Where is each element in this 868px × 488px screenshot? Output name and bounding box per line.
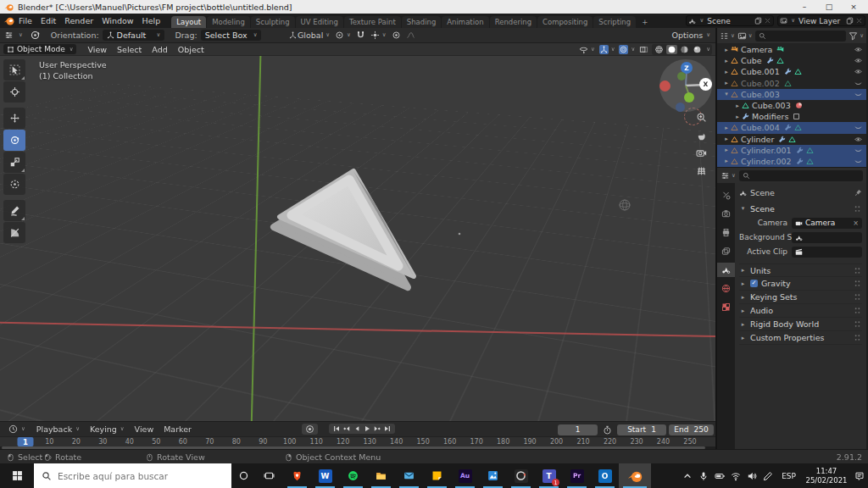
- start-button[interactable]: [0, 463, 34, 488]
- stopwatch-icon[interactable]: [603, 425, 612, 435]
- zoom-button[interactable]: [696, 112, 707, 123]
- minimize-button[interactable]: –: [794, 0, 815, 14]
- outliner-display-mode-button[interactable]: ∨: [737, 31, 753, 41]
- windows-ink-icon[interactable]: [763, 471, 773, 481]
- taskbar-app-word[interactable]: W: [311, 463, 339, 488]
- tool-move[interactable]: [3, 108, 25, 129]
- jump-to-end-button[interactable]: [383, 424, 392, 433]
- shading-rendered-button[interactable]: [692, 45, 703, 54]
- expand-arrow[interactable]: ▸: [733, 103, 742, 109]
- frame-tick-40[interactable]: 40: [125, 438, 134, 446]
- outliner-filter-button[interactable]: ∨: [849, 31, 864, 41]
- gizmo-axis-y-negative[interactable]: [677, 72, 686, 80]
- expand-arrow[interactable]: ▸: [722, 136, 731, 142]
- frame-tick-80[interactable]: 80: [232, 438, 241, 446]
- frame-tick-240[interactable]: 240: [657, 438, 670, 446]
- gizmo-axis-y-positive[interactable]: [684, 92, 694, 103]
- chevron-down-icon[interactable]: ∨: [706, 47, 710, 53]
- menu-help[interactable]: Help: [138, 16, 165, 25]
- language-indicator[interactable]: ESP: [779, 472, 798, 480]
- gizmo-axis-x-positive[interactable]: X: [699, 78, 712, 91]
- shading-solid-button[interactable]: [666, 45, 677, 54]
- panel-drag-handle[interactable]: [853, 292, 862, 302]
- frame-tick-210[interactable]: 210: [576, 438, 589, 446]
- taskbar-clock[interactable]: 11:47 25/02/2021: [804, 467, 849, 485]
- taskbar-app-brave[interactable]: [283, 463, 311, 488]
- outliner-row-cube-003[interactable]: ▸Cube.003: [717, 100, 866, 111]
- workspace-tab-compositing[interactable]: Compositing: [537, 16, 593, 28]
- workspace-tab-uv-editing[interactable]: UV Editing: [296, 16, 343, 28]
- outliner-row-cube-002[interactable]: ▸Cube.002: [717, 78, 866, 89]
- scene-selector-value[interactable]: Scene: [705, 17, 753, 25]
- options-button[interactable]: Options∨: [672, 30, 710, 40]
- frame-tick-90[interactable]: 90: [259, 438, 267, 446]
- timeline-menu-playback[interactable]: Playback∨: [31, 424, 85, 434]
- scene-object-triangle[interactable]: [0, 56, 715, 421]
- snap-settings-dropdown[interactable]: ∨: [370, 30, 387, 40]
- timeline-menu-view[interactable]: View: [130, 424, 159, 434]
- frame-tick-180[interactable]: 180: [497, 438, 509, 446]
- taskbar-app-audition[interactable]: Au: [451, 463, 479, 488]
- property-field-camera[interactable]: Camera×: [792, 218, 862, 229]
- taskbar-search[interactable]: [34, 463, 231, 488]
- object-visibility-dropdown[interactable]: ∨: [578, 45, 596, 54]
- frame-tick-170[interactable]: 170: [470, 438, 482, 446]
- panel-keying-sets[interactable]: ▸Keying Sets: [739, 291, 862, 304]
- pan-button[interactable]: [696, 130, 707, 141]
- proportional-editing-toggle[interactable]: [391, 30, 402, 40]
- eye-closed-icon[interactable]: [854, 147, 862, 154]
- xray-toggle[interactable]: [638, 45, 649, 54]
- frame-tick-50[interactable]: 50: [152, 438, 160, 446]
- shading-wireframe-button[interactable]: [654, 45, 665, 54]
- toggle-perspective-button[interactable]: [696, 165, 707, 176]
- outliner-editor-type-button[interactable]: ∨: [720, 31, 735, 41]
- drag-dropdown[interactable]: Select Box ∨: [201, 30, 262, 41]
- eye-closed-icon[interactable]: [854, 158, 862, 165]
- expand-arrow[interactable]: ▸: [722, 125, 731, 131]
- microphone-icon[interactable]: [698, 471, 709, 481]
- workspace-tab-rendering[interactable]: Rendering: [490, 16, 537, 28]
- panel-audio[interactable]: ▸Audio: [739, 304, 862, 318]
- properties-tab-world[interactable]: [717, 281, 735, 296]
- wifi-icon[interactable]: [731, 471, 741, 481]
- tool-scale[interactable]: [3, 152, 25, 173]
- volume-icon[interactable]: [747, 471, 757, 481]
- outliner-row-cube-003[interactable]: ▾Cube.003: [717, 89, 866, 100]
- frame-tick-250[interactable]: 250: [683, 438, 696, 446]
- properties-search-field[interactable]: [739, 170, 863, 181]
- panel-custom-properties[interactable]: ▸Custom Properties: [739, 331, 862, 345]
- gizmo-axis-z-negative[interactable]: [676, 103, 685, 112]
- taskbar-app-photos[interactable]: [479, 463, 507, 488]
- taskbar-app-teams[interactable]: T1: [535, 463, 563, 488]
- scene-selector[interactable]: ∨ Scene: [686, 15, 774, 26]
- playhead[interactable]: 1: [18, 437, 34, 446]
- property-field-background-s-[interactable]: [792, 232, 862, 243]
- outliner-row-cube-004[interactable]: ▸Cube.004: [717, 122, 866, 133]
- new-view-layer-icon[interactable]: [846, 17, 854, 25]
- proportional-falloff-dropdown[interactable]: [405, 30, 416, 40]
- cortana-button[interactable]: [231, 463, 256, 488]
- workspace-tab-sculpting[interactable]: Sculpting: [251, 16, 295, 28]
- outliner-row-modifiers[interactable]: ▸Modifiers: [717, 111, 866, 122]
- frame-tick-30[interactable]: 30: [98, 438, 107, 446]
- remove-view-layer-icon[interactable]: [855, 17, 863, 25]
- timeline-menu-marker[interactable]: Marker: [159, 424, 197, 434]
- timeline-menu-keying[interactable]: Keying∨: [85, 424, 130, 434]
- workspace-tab-animation[interactable]: Animation: [442, 16, 488, 28]
- frame-tick-130[interactable]: 130: [364, 438, 376, 446]
- frame-tick-120[interactable]: 120: [337, 438, 349, 446]
- frame-tick-160[interactable]: 160: [443, 438, 456, 446]
- unlink-scene-icon[interactable]: [764, 17, 771, 25]
- properties-tab-output[interactable]: [717, 225, 735, 240]
- panel-rigid-body-world[interactable]: ▸Rigid Body World: [739, 318, 862, 331]
- outliner-row-cylinder[interactable]: ▸Cylinder: [717, 134, 866, 145]
- frame-tick-220[interactable]: 220: [604, 438, 616, 446]
- viewport-menu-view[interactable]: View: [82, 45, 112, 54]
- expand-arrow[interactable]: ▸: [722, 158, 731, 164]
- pivot-point-dropdown[interactable]: ∨: [334, 30, 352, 40]
- timeline-ruler[interactable]: 1 10203040506070809010011012013014015016…: [0, 436, 715, 446]
- expand-arrow[interactable]: ▸: [722, 47, 731, 53]
- expand-arrow[interactable]: ▸: [722, 69, 731, 75]
- frame-tick-230[interactable]: 230: [630, 438, 643, 446]
- previous-keyframe-button[interactable]: [342, 424, 351, 433]
